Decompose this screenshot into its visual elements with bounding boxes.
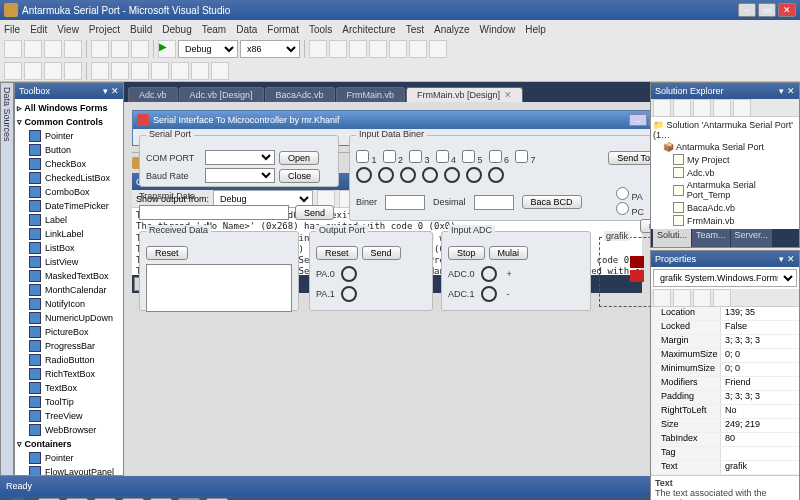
config-combo[interactable]: Debug [178, 40, 238, 58]
biner-value[interactable] [385, 195, 425, 210]
sol-tool[interactable] [653, 99, 671, 117]
toolbar-button[interactable] [24, 62, 42, 80]
toolbox-item[interactable]: NumericUpDown [17, 311, 121, 325]
stop-adc-button[interactable]: Stop [448, 246, 485, 260]
toolbar-button[interactable] [44, 62, 62, 80]
sol-tool[interactable] [673, 99, 691, 117]
toolbox-item[interactable]: ProgressBar [17, 339, 121, 353]
tree-item[interactable]: FrmMain.vb [653, 214, 797, 227]
bit-check[interactable] [515, 150, 528, 163]
menu-file[interactable]: File [4, 24, 20, 35]
menu-team[interactable]: Team [202, 24, 226, 35]
baud-combo[interactable] [205, 168, 275, 183]
toolbar-button[interactable] [369, 40, 387, 58]
toolbox-item[interactable]: LinkLabel [17, 227, 121, 241]
toolbar-button[interactable] [111, 40, 129, 58]
toolbox-item[interactable]: ListView [17, 255, 121, 269]
toolbox-group[interactable]: ▿ Containers [17, 437, 121, 451]
send-output-button[interactable]: Send [362, 246, 401, 260]
toolbox-item[interactable]: Pointer [17, 451, 121, 465]
panel-pin-icon[interactable]: ▾ ✕ [103, 86, 119, 96]
menu-test[interactable]: Test [406, 24, 424, 35]
port-radio[interactable]: PC [616, 202, 644, 217]
open-button[interactable]: Open [279, 151, 319, 165]
bit-check[interactable] [356, 150, 369, 163]
property-row[interactable]: LockedFalse [651, 321, 799, 335]
property-row[interactable]: Size249; 219 [651, 419, 799, 433]
toolbox-item[interactable]: ListBox [17, 241, 121, 255]
toolbox-item[interactable]: RadioButton [17, 353, 121, 367]
panel-buttons[interactable]: ▾ ✕ [779, 86, 795, 96]
bit-switch[interactable] [356, 167, 372, 183]
toolbar-button[interactable] [111, 62, 129, 80]
data-sources-tab[interactable]: Data Sources [0, 82, 14, 476]
bit-switch[interactable] [466, 167, 482, 183]
tab-solution[interactable]: Soluti... [653, 229, 691, 247]
toolbox-item[interactable]: NotifyIcon [17, 297, 121, 311]
toolbar-button[interactable] [24, 40, 42, 58]
menu-help[interactable]: Help [525, 24, 546, 35]
toolbar-button[interactable] [171, 62, 189, 80]
toolbar-button[interactable] [44, 40, 62, 58]
toolbar-button[interactable] [211, 62, 229, 80]
bit-check[interactable] [436, 150, 449, 163]
close-button[interactable]: ✕ [778, 3, 796, 17]
received-textbox[interactable] [146, 264, 292, 312]
toolbox-item[interactable]: FlowLayoutPanel [17, 465, 121, 475]
tree-item[interactable]: Adc.vb [653, 166, 797, 179]
sol-tool[interactable] [693, 99, 711, 117]
bit-check[interactable] [409, 150, 422, 163]
minimize-button[interactable]: – [738, 3, 756, 17]
property-row[interactable]: MinimumSize0; 0 [651, 363, 799, 377]
tab-server[interactable]: Server... [731, 229, 773, 247]
property-row[interactable]: Padding3; 3; 3; 3 [651, 391, 799, 405]
doc-tab[interactable]: Adc.vb [128, 87, 178, 102]
baca-bcd-button[interactable]: Baca BCD [522, 195, 582, 209]
panel-buttons[interactable]: ▾ ✕ [779, 254, 795, 264]
toolbar-button[interactable] [91, 62, 109, 80]
reset-output-button[interactable]: Reset [316, 246, 358, 260]
comport-combo[interactable] [205, 150, 275, 165]
prop-tool[interactable] [673, 289, 691, 307]
sol-tool[interactable] [713, 99, 731, 117]
toolbox-item[interactable]: PictureBox [17, 325, 121, 339]
property-row[interactable]: Tag [651, 447, 799, 461]
bit-check[interactable] [462, 150, 475, 163]
toolbar-button[interactable] [389, 40, 407, 58]
sol-tool[interactable] [733, 99, 751, 117]
grafik-groupbox[interactable]: grafik [599, 237, 650, 307]
toolbar-button[interactable] [151, 62, 169, 80]
menu-build[interactable]: Build [130, 24, 152, 35]
bit-check[interactable] [489, 150, 502, 163]
prop-tool[interactable] [693, 289, 711, 307]
toolbox-item[interactable]: MaskedTextBox [17, 269, 121, 283]
toolbar-button[interactable] [409, 40, 427, 58]
platform-combo[interactable]: x86 [240, 40, 300, 58]
property-row[interactable]: Margin3; 3; 3; 3 [651, 335, 799, 349]
maximize-button[interactable]: ▭ [758, 3, 776, 17]
doc-tab[interactable]: FrmMain.vb [Design]✕ [406, 87, 523, 102]
toolbar-button[interactable] [91, 40, 109, 58]
property-row[interactable]: Location139; 35 [651, 307, 799, 321]
toolbox-item[interactable]: ToolTip [17, 395, 121, 409]
toolbar-button[interactable] [64, 40, 82, 58]
toolbar-button[interactable] [329, 40, 347, 58]
bit-switch[interactable] [400, 167, 416, 183]
close-tab-icon[interactable]: ✕ [504, 90, 512, 100]
tree-item[interactable]: My Project [653, 153, 797, 166]
prop-tool[interactable] [713, 289, 731, 307]
property-row[interactable]: Textgrafik [651, 461, 799, 475]
toolbox-item[interactable]: WebBrowser [17, 423, 121, 437]
property-row[interactable]: RightToLeftNo [651, 405, 799, 419]
tree-item[interactable]: BacaAdc.vb [653, 201, 797, 214]
menu-tools[interactable]: Tools [309, 24, 332, 35]
toolbox-group[interactable]: ▿ Common Controls [17, 115, 121, 129]
pa1-switch[interactable] [341, 286, 357, 302]
menu-architecture[interactable]: Architecture [342, 24, 395, 35]
send-to-port-button[interactable]: Send To Port [608, 151, 650, 165]
menu-data[interactable]: Data [236, 24, 257, 35]
toolbar-button[interactable] [191, 62, 209, 80]
bit-switch[interactable] [488, 167, 504, 183]
prop-tool[interactable] [653, 289, 671, 307]
menu-debug[interactable]: Debug [162, 24, 191, 35]
